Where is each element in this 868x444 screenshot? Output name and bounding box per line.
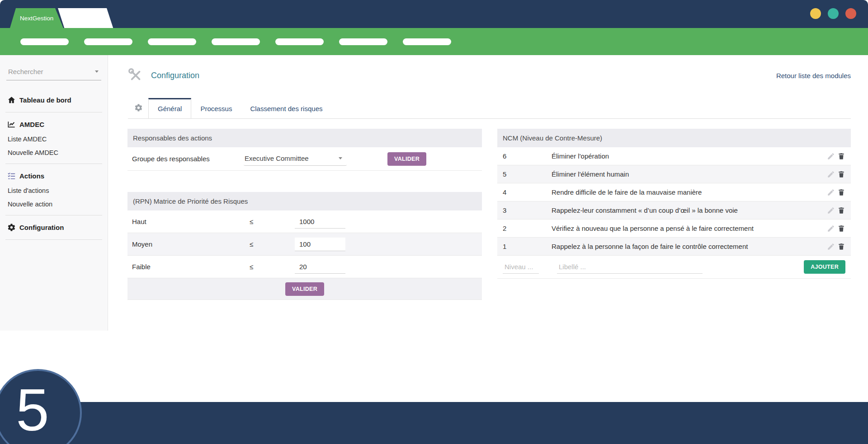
gear-icon: [7, 223, 16, 232]
ncm-row: 6 Éliminer l'opération: [497, 147, 851, 165]
sidebar-item-nouvelle-amdec[interactable]: Nouvelle AMDEC: [0, 146, 108, 159]
ncm-level: 1: [503, 243, 552, 250]
rpn-rows: Haut ≤ Moyen ≤ Faible ≤: [127, 210, 482, 278]
rpn-row: Moyen ≤: [127, 233, 482, 256]
rpn-row: Faible ≤: [127, 256, 482, 278]
app-window: NextGestion Rechercher Tableau de bord: [0, 0, 868, 444]
ncm-label: Rappelez-leur constamment « d’un coup d’…: [552, 206, 827, 214]
brand-name: NextGestion: [20, 15, 53, 22]
ncm-label: Rendre difficile de le faire de la mauva…: [552, 188, 827, 196]
tab-bar: Général Processus Classement des risques: [128, 97, 851, 119]
sidebar-item-label: Actions: [19, 172, 44, 180]
sidebar: Rechercher Tableau de bord AMDEC Liste A…: [0, 55, 108, 331]
ncm-level: 5: [503, 170, 552, 178]
edit-pencil-icon[interactable]: [827, 188, 835, 196]
valider-rpn-button[interactable]: VALIDER: [285, 282, 324, 296]
edit-pencil-icon[interactable]: [827, 224, 835, 233]
ncm-level: 3: [503, 206, 552, 214]
rpn-row-label: Haut: [132, 218, 250, 225]
rpn-threshold-input[interactable]: [295, 260, 345, 274]
sidebar-item-label: AMDEC: [19, 121, 44, 128]
rpn-threshold-input[interactable]: [295, 238, 345, 251]
groupe-responsables-select[interactable]: Executive Committee: [244, 152, 347, 166]
window-dot[interactable]: [845, 8, 856, 19]
sidebar-item-actions[interactable]: Actions: [0, 168, 108, 184]
ncm-label: Vérifiez à nouveau que la personne a pen…: [552, 224, 827, 232]
responsables-row: Groupe des responsables Executive Commit…: [127, 147, 482, 171]
delete-trash-icon[interactable]: [837, 188, 845, 196]
sidebar-item-label: Tableau de bord: [19, 96, 71, 104]
window-dots: [810, 8, 856, 19]
nav-pills: [0, 28, 868, 45]
rpn-row: Haut ≤: [127, 210, 482, 233]
sidebar-item-nouvelle-action[interactable]: Nouvelle action: [0, 197, 108, 211]
tab-processus[interactable]: Processus: [191, 98, 241, 118]
libelle-input[interactable]: [557, 260, 703, 274]
nav-pill[interactable]: [212, 38, 260, 45]
sidebar-item-liste-dactions[interactable]: Liste d'actions: [0, 184, 108, 197]
step-badge: 5: [0, 369, 82, 444]
back-to-modules-link[interactable]: Retour liste des modules: [776, 72, 851, 79]
nav-pill[interactable]: [148, 38, 196, 45]
delete-trash-icon[interactable]: [837, 206, 845, 215]
ncm-add-row: AJOUTER: [497, 256, 851, 279]
divider: [5, 215, 102, 215]
nav-pill[interactable]: [20, 38, 69, 45]
nav-pill[interactable]: [84, 38, 132, 45]
niveau-input[interactable]: [503, 260, 539, 274]
ncm-row: 3 Rappelez-leur constamment « d’un coup …: [497, 201, 851, 220]
delete-trash-icon[interactable]: [837, 224, 845, 233]
delete-trash-icon[interactable]: [837, 170, 845, 178]
top-bar: NextGestion: [0, 0, 868, 28]
step-number: 5: [16, 380, 49, 440]
ajouter-button[interactable]: AJOUTER: [804, 260, 845, 274]
brand-tab[interactable]: NextGestion: [10, 8, 63, 28]
sidebar-item-configuration[interactable]: Configuration: [0, 220, 108, 235]
brand-ghost-shape: [58, 8, 113, 28]
home-icon: [7, 96, 16, 104]
delete-trash-icon[interactable]: [837, 152, 845, 160]
window-dot[interactable]: [810, 8, 821, 19]
panel-title: NCM (Niveau de Contre-Mesure): [497, 129, 851, 147]
sidebar-item-tableau-de-bord[interactable]: Tableau de bord: [0, 92, 108, 108]
window-dot[interactable]: [828, 8, 839, 19]
page-title: Configuration: [151, 71, 199, 80]
main-nav-bar: [0, 28, 868, 55]
nav-pill[interactable]: [403, 38, 451, 45]
delete-trash-icon[interactable]: [837, 243, 845, 251]
sidebar-menu: Tableau de bord AMDEC Liste AMDEC Nouvel…: [0, 92, 108, 240]
rpn-operator: ≤: [250, 240, 295, 248]
ncm-level: 6: [503, 152, 552, 160]
edit-pencil-icon[interactable]: [827, 243, 835, 251]
rpn-footer: VALIDER: [127, 278, 482, 300]
sidebar-item-label: Configuration: [19, 224, 64, 231]
bottom-band: [0, 402, 868, 444]
ncm-label: Éliminer l'élément humain: [552, 170, 827, 178]
ncm-rows: 6 Éliminer l'opération 5 Éliminer l'élém…: [497, 147, 851, 256]
tab-general[interactable]: Général: [148, 98, 191, 119]
divider: [5, 164, 102, 164]
rpn-row-label: Faible: [132, 263, 250, 271]
nav-pill[interactable]: [339, 38, 387, 45]
sidebar-item-amdec[interactable]: AMDEC: [0, 117, 108, 132]
edit-pencil-icon[interactable]: [827, 170, 835, 178]
gear-icon[interactable]: [134, 103, 143, 112]
edit-pencil-icon[interactable]: [827, 152, 835, 160]
ncm-row: 1 Rappelez à la personne la façon de fai…: [497, 238, 851, 256]
edit-pencil-icon[interactable]: [827, 206, 835, 215]
valider-responsables-button[interactable]: VALIDER: [387, 152, 426, 166]
ncm-level: 4: [503, 188, 552, 196]
rpn-threshold-input[interactable]: [295, 215, 345, 229]
panel-title: Responsables des actions: [127, 129, 482, 147]
chart-line-icon: [7, 120, 16, 129]
tools-icon: [128, 68, 143, 83]
ncm-label: Rappelez à la personne la façon de faire…: [552, 243, 827, 250]
tab-classement-des-risques[interactable]: Classement des risques: [241, 98, 331, 118]
divider: [5, 239, 102, 240]
chevron-down-icon: [95, 70, 99, 73]
nav-pill[interactable]: [275, 38, 324, 45]
search-placeholder: Rechercher: [8, 68, 43, 75]
sidebar-item-liste-amdec[interactable]: Liste AMDEC: [0, 132, 108, 146]
ncm-panel: NCM (Niveau de Contre-Mesure) 6 Éliminer…: [497, 129, 851, 279]
search-input[interactable]: Rechercher: [6, 66, 101, 80]
